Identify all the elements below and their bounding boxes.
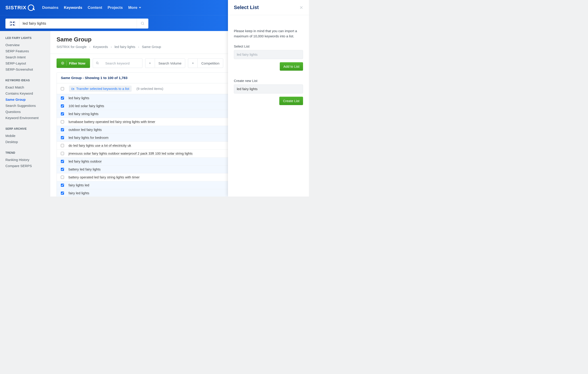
folder-out-icon: [71, 87, 74, 90]
search-icon: [141, 22, 145, 26]
svg-line-1: [143, 24, 144, 25]
row-checkbox[interactable]: [61, 192, 64, 195]
crumb[interactable]: SISTRIX for Google: [57, 45, 87, 49]
sidebar-group-ideas: KEYWORD IDEAS Exact Match Contains Keywo…: [5, 79, 46, 121]
filter-competition[interactable]: Competition: [198, 58, 223, 68]
sidebar-item-serp-layout[interactable]: SERP-Layout: [5, 60, 46, 66]
select-list-drawer: Select List × Please keep in mind that y…: [228, 0, 309, 197]
keyword-cell[interactable]: 100 led solar fairy lights: [69, 104, 104, 108]
uk-flag-icon: [10, 22, 15, 25]
nav-keywords[interactable]: Keywords: [64, 5, 82, 10]
nav-more-label: More: [128, 5, 137, 10]
sidebar-heading: KEYWORD IDEAS: [5, 79, 46, 82]
logo-text: SISTRIX: [5, 5, 26, 11]
sidebar-item-overview[interactable]: Overview: [5, 42, 46, 48]
drawer-header: Select List ×: [228, 0, 309, 15]
global-search-input[interactable]: [20, 19, 136, 29]
keyword-cell[interactable]: fairy lights led: [69, 183, 89, 187]
svg-line-6: [98, 64, 99, 64]
logo[interactable]: SISTRIX: [5, 5, 34, 11]
svg-point-5: [96, 62, 98, 64]
create-list-label: Create new List: [234, 79, 303, 83]
sidebar-item-same-group[interactable]: Same Group: [5, 97, 46, 103]
plus-circle-icon: [61, 62, 64, 65]
keyword-cell[interactable]: lumabase battery operated led fairy stri…: [69, 120, 155, 124]
sidebar-item-search-suggestions[interactable]: Search Suggestions: [5, 103, 46, 109]
filter-now-button[interactable]: Filter Now: [57, 58, 90, 68]
selected-count: (9 selected items): [136, 87, 163, 90]
add-to-list-button[interactable]: Add to List: [280, 62, 303, 71]
sidebar-item-questions[interactable]: Questions: [5, 109, 46, 115]
add-competition-button[interactable]: [188, 58, 198, 68]
transfer-to-list-button[interactable]: Transfer selected keywords to a list: [69, 86, 132, 92]
sidebar-item-desktop[interactable]: Desktop: [5, 139, 46, 145]
create-list-button[interactable]: Create List: [279, 97, 303, 105]
select-all-checkbox[interactable]: [61, 87, 64, 90]
keyword-cell[interactable]: led fairy lights outdoor: [69, 159, 102, 164]
row-checkbox[interactable]: [61, 136, 64, 139]
chevron-down-icon: [139, 7, 141, 8]
nav-content[interactable]: Content: [88, 5, 102, 10]
keyword-cell[interactable]: led fairy lights for bedroom: [69, 136, 109, 140]
filter-now-label: Filter Now: [69, 61, 85, 65]
sidebar-heading: LED FAIRY LIGHTS: [5, 36, 46, 40]
row-checkbox[interactable]: [61, 97, 64, 100]
sidebar-heading: SERP ARCHIVE: [5, 127, 46, 130]
search-icon: [96, 62, 99, 65]
primary-nav: Domains Keywords Content Projects More: [42, 5, 141, 10]
row-checkbox[interactable]: [61, 184, 64, 187]
crumb[interactable]: Keywords: [93, 45, 108, 49]
keyword-cell[interactable]: led fairy string lights: [69, 112, 99, 116]
sidebar-group-keyword: LED FAIRY LIGHTS Overview SERP Features …: [5, 36, 46, 72]
keyword-cell[interactable]: jmexsuss solar fairy lights outdoor wate…: [69, 152, 193, 155]
nav-domains[interactable]: Domains: [42, 5, 59, 10]
keyword-cell[interactable]: outdoor led fairy lights: [69, 128, 102, 132]
create-list-input[interactable]: [234, 84, 303, 93]
row-checkbox[interactable]: [61, 144, 64, 147]
sidebar-item-serp-features[interactable]: SERP Features: [5, 48, 46, 54]
select-list-label: Select List: [234, 44, 303, 48]
plus-icon: [191, 62, 194, 65]
keyword-cell[interactable]: battery operated led fairy string lights…: [69, 175, 139, 179]
sidebar-item-mobile[interactable]: Mobile: [5, 133, 46, 139]
nav-projects[interactable]: Projects: [108, 5, 123, 10]
close-icon[interactable]: ×: [300, 5, 303, 11]
search-keyword-input[interactable]: [102, 58, 142, 68]
nav-more[interactable]: More: [128, 5, 141, 10]
sidebar-heading: TREND: [5, 151, 46, 154]
sidebar-item-ranking-history[interactable]: Ranking History: [5, 157, 46, 163]
select-list-input[interactable]: [234, 50, 303, 59]
row-checkbox[interactable]: [61, 112, 64, 115]
sidebar-item-exact-match[interactable]: Exact Match: [5, 84, 46, 90]
transfer-label: Transfer selected keywords to a list: [76, 87, 129, 90]
sidebar-item-serp-screenshot[interactable]: SERP-Screenshot: [5, 66, 46, 72]
add-search-volume-button[interactable]: [145, 58, 155, 68]
sidebar-group-archive: SERP ARCHIVE Mobile Desktop: [5, 127, 46, 145]
sidebar-item-keyword-environment[interactable]: Keyword Environment: [5, 115, 46, 121]
sidebar-item-compare-serps[interactable]: Compare SERPS: [5, 163, 46, 169]
keyword-cell[interactable]: do led fairy lights use a lot of electri…: [69, 143, 131, 148]
crumb[interactable]: led fairy lights: [115, 45, 135, 49]
svg-point-0: [141, 22, 144, 24]
crumb[interactable]: Same Group: [142, 45, 161, 49]
row-checkbox[interactable]: [61, 152, 64, 155]
row-checkbox[interactable]: [61, 160, 64, 163]
global-search-button[interactable]: [136, 19, 148, 29]
row-checkbox[interactable]: [61, 120, 64, 123]
sidebar-item-contains-keyword[interactable]: Contains Keyword: [5, 90, 46, 97]
sidebar-item-search-intent[interactable]: Search Intent: [5, 54, 46, 60]
keyword-cell[interactable]: battery led fairy lights: [69, 167, 101, 171]
country-selector[interactable]: [5, 19, 20, 29]
row-checkbox[interactable]: [61, 168, 64, 171]
plus-icon: [148, 62, 152, 65]
row-checkbox[interactable]: [61, 104, 64, 108]
search-icon: [28, 5, 34, 11]
filter-search-volume[interactable]: Search Volume: [155, 58, 185, 68]
drawer-info-text: Please keep in mind that you can import …: [234, 28, 303, 39]
keyword-cell[interactable]: led fairy lights: [69, 96, 89, 100]
row-checkbox[interactable]: [61, 176, 64, 179]
search-keyword-icon-button[interactable]: [93, 58, 102, 68]
row-checkbox[interactable]: [61, 128, 64, 131]
keyword-cell[interactable]: fairy led lights: [69, 191, 89, 195]
drawer-title: Select List: [234, 5, 259, 11]
